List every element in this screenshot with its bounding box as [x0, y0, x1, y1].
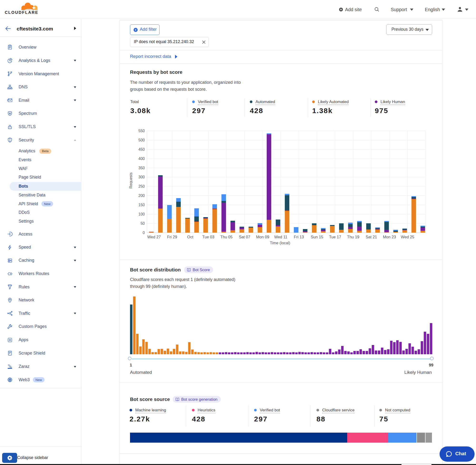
svg-text:50: 50 [140, 222, 145, 225]
svg-text:Sat 21: Sat 21 [366, 235, 377, 239]
svg-text:350: 350 [138, 166, 145, 170]
svg-text:250: 250 [138, 184, 145, 188]
svg-text:Fri 29: Fri 29 [167, 235, 177, 239]
svg-text:Mon 09: Mon 09 [256, 235, 269, 239]
svg-text:450: 450 [138, 147, 145, 151]
svg-text:Wed 25: Wed 25 [401, 235, 414, 239]
svg-text:Thu 05: Thu 05 [220, 235, 233, 239]
svg-text:550: 550 [138, 129, 145, 133]
svg-text:Time (local): Time (local) [270, 241, 290, 245]
svg-text:Tue 03: Tue 03 [202, 235, 214, 239]
svg-text:Thu 19: Thu 19 [347, 235, 359, 239]
svg-text:Sat 07: Sat 07 [239, 235, 250, 239]
svg-text:0: 0 [143, 231, 145, 235]
svg-text:400: 400 [138, 157, 145, 161]
svg-text:300: 300 [138, 175, 145, 179]
svg-text:200: 200 [138, 194, 145, 198]
svg-text:Mon 23: Mon 23 [383, 235, 396, 239]
svg-text:100: 100 [138, 212, 145, 216]
svg-text:500: 500 [138, 138, 145, 142]
svg-text:Sun 15: Sun 15 [311, 235, 323, 239]
svg-text:Requests: Requests [129, 172, 133, 189]
svg-text:150: 150 [138, 203, 145, 207]
svg-text:Tue 17: Tue 17 [329, 235, 341, 239]
svg-text:Fri 13: Fri 13 [294, 235, 304, 239]
svg-text:Oct: Oct [187, 235, 193, 239]
svg-text:Wed 27: Wed 27 [148, 235, 161, 239]
svg-text:Wed 11: Wed 11 [274, 235, 287, 239]
